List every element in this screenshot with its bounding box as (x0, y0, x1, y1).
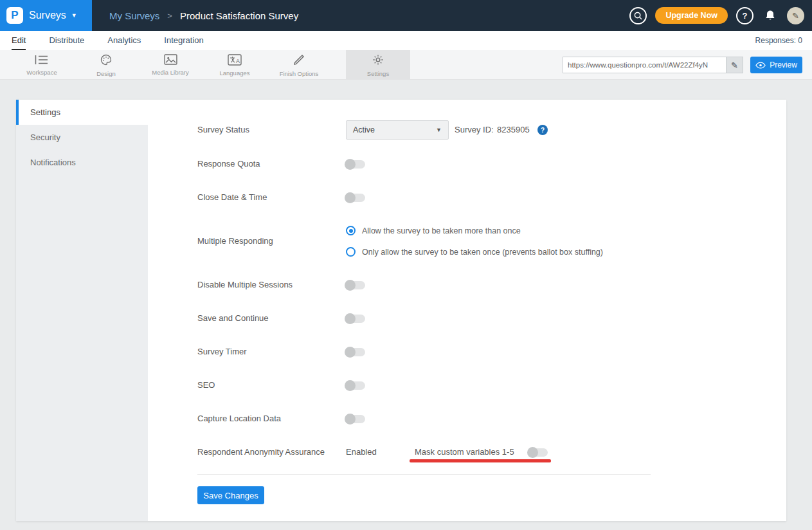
toolbar-item-finish-options[interactable]: Finish Options (267, 50, 331, 80)
settings-gear-icon (372, 53, 384, 69)
toolbar-item-languages[interactable]: A Languages (203, 50, 267, 80)
form-divider (197, 474, 651, 475)
design-icon (100, 53, 113, 69)
survey-timer-label: Survey Timer (197, 347, 247, 357)
seo-toggle[interactable] (346, 381, 365, 390)
save-continue-toggle[interactable] (346, 315, 365, 323)
toolbar-item-label: Finish Options (280, 70, 319, 77)
workspace-icon (35, 55, 49, 68)
media-library-icon (164, 54, 177, 68)
tab-analytics[interactable]: Analytics (107, 31, 141, 50)
close-date-toggle[interactable] (346, 194, 365, 202)
pencil-icon: ✎ (731, 60, 738, 70)
toolbar-item-settings[interactable]: Settings (346, 50, 410, 80)
product-name: Surveys (29, 10, 66, 21)
toggle-knob (345, 347, 356, 358)
survey-nav: Edit Distribute Analytics Integration Re… (0, 31, 812, 50)
disable-sessions-label: Disable Multiple Sessions (197, 280, 293, 290)
chevron-down-icon: ▼ (436, 127, 442, 133)
toggle-knob (345, 159, 356, 170)
upgrade-now-button[interactable]: Upgrade Now (655, 7, 728, 24)
response-quota-toggle[interactable] (346, 160, 365, 169)
responses-count: Responses: 0 (755, 31, 802, 50)
tab-integration[interactable]: Integration (164, 31, 203, 50)
settings-sidebar: Settings Security Notifications (16, 100, 148, 521)
survey-status-dropdown[interactable]: Active ▼ (346, 120, 449, 140)
nav-tabs: Edit Distribute Analytics Integration (12, 31, 204, 50)
save-changes-button[interactable]: Save Changes (197, 486, 264, 504)
header-actions: Upgrade Now ? ✎ (629, 0, 804, 31)
breadcrumb-separator: > (167, 11, 172, 21)
breadcrumb-my-surveys[interactable]: My Surveys (109, 10, 159, 21)
search-button[interactable] (629, 7, 647, 24)
app-root: P Surveys ▼ My Surveys > Product Satisfa… (0, 0, 812, 530)
toolbar-item-label: Settings (367, 70, 389, 77)
settings-card: Settings Security Notifications Survey S… (16, 100, 786, 521)
surveys-product-switcher[interactable]: P Surveys ▼ (0, 0, 92, 31)
sidebar-item-notifications[interactable]: Notifications (16, 150, 148, 175)
multiple-responding-label: Multiple Responding (197, 236, 273, 246)
top-header: P Surveys ▼ My Surveys > Product Satisfa… (0, 0, 812, 31)
survey-url-input[interactable] (563, 61, 726, 69)
toolbar-item-label: Media Library (152, 69, 189, 76)
toggle-knob (345, 414, 356, 425)
preview-label: Preview (770, 60, 797, 69)
edit-toolbar: Workspace Design (0, 50, 812, 80)
tab-distribute[interactable]: Distribute (49, 31, 84, 50)
response-quota-label: Response Quota (197, 159, 260, 169)
page-title: Product Satisfaction Survey (180, 10, 298, 21)
preview-button[interactable]: Preview (750, 57, 802, 73)
toggle-knob (527, 447, 538, 458)
survey-status-label: Survey Status (197, 125, 249, 135)
sidebar-item-settings[interactable]: Settings (16, 100, 148, 125)
avatar[interactable]: ✎ (787, 7, 804, 24)
save-continue-label: Save and Continue (197, 313, 269, 324)
anonymity-label: Respondent Anonymity Assurance (197, 447, 325, 457)
eye-icon (755, 62, 766, 69)
toolbar-item-design[interactable]: Design (74, 50, 138, 80)
radio-allow-multiple[interactable] (346, 226, 356, 235)
toggle-knob (345, 313, 356, 324)
tab-edit[interactable]: Edit (12, 31, 26, 50)
toolbar-item-workspace[interactable]: Workspace (10, 50, 74, 80)
survey-id-label: Survey ID: (455, 125, 494, 135)
survey-status-value: Active (353, 125, 375, 134)
edit-url-button[interactable]: ✎ (726, 57, 743, 73)
sidebar-item-label: Settings (30, 107, 60, 117)
capture-location-toggle[interactable] (346, 415, 365, 423)
breadcrumb: My Surveys > Product Satisfaction Survey (109, 0, 298, 31)
search-icon (634, 12, 642, 20)
sidebar-item-label: Security (30, 132, 60, 142)
toggle-knob (345, 192, 356, 203)
highlight-underline (410, 459, 551, 462)
survey-url-box: ✎ (563, 57, 743, 73)
anonymity-status: Enabled (346, 447, 377, 457)
sidebar-item-security[interactable]: Security (16, 125, 148, 150)
svg-text:A: A (236, 57, 240, 64)
sidebar-item-label: Notifications (30, 158, 76, 167)
languages-icon: A (228, 54, 242, 68)
chevron-down-icon: ▼ (71, 12, 77, 19)
radio-only-once[interactable] (346, 247, 356, 257)
radio-allow-multiple-label[interactable]: Allow the survey to be taken more than o… (362, 226, 521, 236)
survey-id-help-icon[interactable]: ? (537, 125, 548, 135)
toolbar-item-label: Design (96, 70, 116, 77)
radio-only-once-label[interactable]: Only allow the survey to be taken once (… (362, 248, 603, 257)
mask-custom-variables-label: Mask custom variables 1-5 (415, 447, 514, 457)
capture-location-label: Capture Location Data (197, 414, 281, 424)
close-date-label: Close Date & Time (197, 192, 267, 203)
bell-icon (765, 10, 775, 21)
questionpro-logo: P (6, 7, 23, 24)
toggle-knob (345, 380, 356, 391)
notifications-button[interactable] (762, 10, 779, 21)
toolbar-items: Workspace Design (10, 50, 410, 80)
toolbar-item-media-library[interactable]: Media Library (138, 50, 203, 80)
finish-options-icon (293, 53, 305, 69)
survey-timer-toggle[interactable] (346, 348, 365, 356)
survey-id-value: 8235905 (497, 125, 530, 135)
help-button[interactable]: ? (736, 7, 753, 24)
toggle-knob (345, 280, 356, 291)
disable-sessions-toggle[interactable] (346, 281, 365, 289)
toolbar-item-label: Workspace (26, 69, 57, 76)
mask-custom-variables-toggle[interactable] (528, 448, 548, 457)
